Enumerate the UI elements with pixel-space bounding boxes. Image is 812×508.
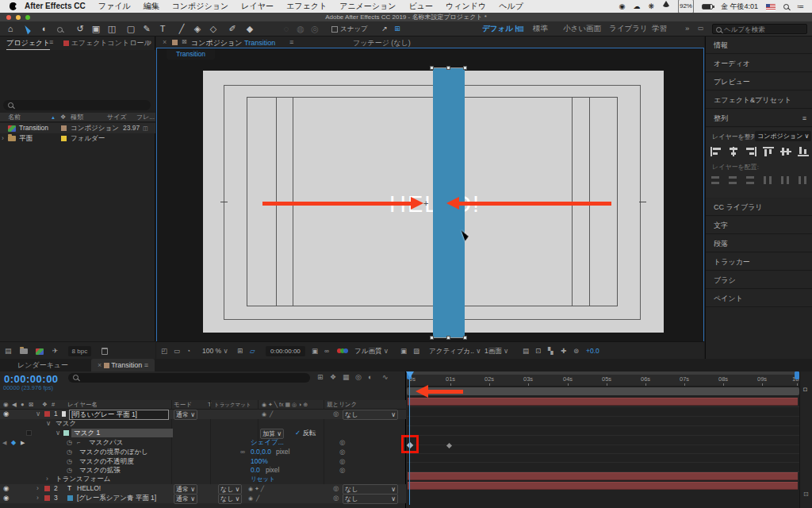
pen-tool-icon[interactable]: ✎ xyxy=(140,21,154,36)
type-tool-icon[interactable]: T xyxy=(155,21,170,36)
mask-handle[interactable] xyxy=(430,336,434,340)
sync-settings-icon[interactable]: ▭ xyxy=(698,21,704,36)
roto-brush-tool-icon[interactable]: ✐ xyxy=(225,21,239,36)
menu-animation[interactable]: アニメーション xyxy=(339,0,396,13)
zoom-select[interactable]: 100 % ∨ xyxy=(202,342,228,360)
screen-icon[interactable]: ▭ xyxy=(174,342,180,360)
twirl-open-icon[interactable]: ∨ xyxy=(46,419,51,428)
av-switches[interactable]: ◉ ╱ xyxy=(262,410,273,418)
stopwatch-icon[interactable]: ◷ xyxy=(67,448,72,456)
menu-composition[interactable]: コンポジション xyxy=(172,0,229,13)
workspace-library[interactable]: ライブラリ xyxy=(609,21,648,36)
mask-handle[interactable] xyxy=(430,66,434,70)
eye-icon[interactable]: ◉ xyxy=(3,410,9,418)
label-chip[interactable] xyxy=(61,133,67,144)
home-tool-icon[interactable]: ⌂ xyxy=(3,21,17,36)
snapshot-camera-icon[interactable]: ▣ xyxy=(312,342,318,360)
invert-checkbox[interactable]: ✓ 反転 xyxy=(295,429,316,437)
align-target-select[interactable]: コンポジション ∨ xyxy=(755,131,811,141)
project-row-transition[interactable]: Transition コンポジション 23.97 ◫ xyxy=(0,123,155,133)
panel-audio[interactable]: オーディオ xyxy=(706,55,812,72)
pickwhip-icon[interactable]: ◎ xyxy=(339,448,345,456)
composition-viewer[interactable]: Transition HELLO! + xyxy=(156,48,704,352)
menu-edit[interactable]: 編集 xyxy=(144,0,159,13)
property-value[interactable]: 100% xyxy=(251,457,268,466)
panel-cc-libraries[interactable]: CC ライブラリ xyxy=(706,198,812,216)
eye-icon[interactable]: ◉ xyxy=(3,494,9,502)
workspace-small-screen[interactable]: 小さい画面 xyxy=(563,21,601,36)
panel-preview[interactable]: プレビュー xyxy=(706,73,812,90)
label-chip[interactable] xyxy=(61,123,67,133)
timeline-tab-menu-icon[interactable]: ≡ xyxy=(144,361,148,369)
property-value[interactable]: 0.0,0.0 xyxy=(251,448,271,456)
tab-render-queue[interactable]: レンダーキュー xyxy=(17,360,68,371)
mask-handle[interactable] xyxy=(463,66,467,70)
col-name[interactable]: 名前 xyxy=(8,113,21,122)
layer-name[interactable]: HELLO! xyxy=(77,484,101,493)
input-source-flag-icon[interactable] xyxy=(766,0,776,13)
layer-row-3[interactable]: ◉ › 3 [グレー系シアン青 平面 1] 通常 ∨ なし ∨ ◉ ╱ ◎ なし… xyxy=(0,494,406,503)
minimize-window-button[interactable] xyxy=(16,15,21,20)
align-center-v-icon[interactable] xyxy=(780,147,791,156)
fan-icon[interactable]: ❋ xyxy=(648,0,654,13)
layer-label-chip[interactable] xyxy=(44,494,50,502)
panel-overflow-icon[interactable]: » xyxy=(147,38,151,46)
draft-3d-icon[interactable]: ❖ xyxy=(330,373,336,381)
tab-project[interactable]: プロジェクト xyxy=(6,38,50,51)
mask-expansion-row[interactable]: ◷ マスクの拡張 0.0 pixel ◎ xyxy=(0,466,406,475)
pixel-aspect-icon[interactable]: ▤ xyxy=(523,342,529,360)
delete-item-icon[interactable] xyxy=(102,347,108,355)
workspace-default[interactable]: デフォルト xyxy=(482,21,521,36)
app-menu[interactable]: After Effects CC xyxy=(25,0,86,13)
prev-keyframe-icon[interactable]: ◀ xyxy=(2,438,6,447)
panel-brushes[interactable]: ブラシ xyxy=(706,271,812,289)
clone-stamp-tool-icon[interactable]: ◈ xyxy=(190,21,205,36)
frame-blending-icon[interactable]: ◎ xyxy=(355,373,362,381)
pan-behind-tool-icon[interactable]: ◫ xyxy=(105,21,119,36)
panel-effects-presets[interactable]: エフェクト&プリセット xyxy=(706,91,812,109)
comp-viewer-subtab[interactable]: Transition xyxy=(167,49,215,60)
mask-color-chip[interactable] xyxy=(63,429,69,437)
close-window-button[interactable] xyxy=(6,15,11,20)
layer-name[interactable]: [グレー系シアン青 平面 1] xyxy=(77,494,156,502)
expand-folder-icon[interactable]: › xyxy=(2,133,4,144)
spotlight-icon[interactable] xyxy=(783,0,789,13)
layer-3-duration-bar[interactable] xyxy=(408,482,798,490)
label-column-icon[interactable]: ❖ xyxy=(60,113,66,122)
graph-editor-icon[interactable]: ∿ xyxy=(382,373,389,381)
stopwatch-icon[interactable]: ◷ xyxy=(67,438,72,447)
constrain-link-icon[interactable]: ∞ xyxy=(240,448,245,456)
playhead-line[interactable] xyxy=(409,375,410,505)
playhead-handle[interactable] xyxy=(406,371,414,378)
panel-character[interactable]: 文字 xyxy=(706,217,812,234)
resolution-select[interactable]: フル画質 ∨ xyxy=(354,342,389,360)
snap-toggle[interactable]: スナップ xyxy=(331,21,368,36)
bpc-button[interactable]: 8 bpc xyxy=(68,346,92,356)
mask-handle[interactable] xyxy=(446,336,450,340)
twirl-open-icon[interactable]: ∨ xyxy=(56,429,60,437)
pickwhip-icon[interactable]: ◎ xyxy=(339,438,345,447)
fast-previews-icon[interactable]: ⊡ xyxy=(535,342,541,360)
align-right-icon[interactable] xyxy=(745,147,756,156)
project-panel-menu-icon[interactable]: ≡ xyxy=(49,38,53,46)
align-left-icon[interactable] xyxy=(710,147,722,156)
rotation-tool-icon[interactable]: ↺ xyxy=(73,21,87,36)
col-parent-link[interactable]: 親とリンク xyxy=(327,400,357,410)
trkmat-select[interactable]: なし ∨ xyxy=(218,494,242,504)
magnification-menu-icon[interactable]: ◰ xyxy=(161,342,167,360)
panel-tracker[interactable]: トラッカー xyxy=(706,253,812,271)
workspace-menu-icon[interactable]: ▤ xyxy=(517,21,524,36)
menubar-clock[interactable]: 金 午後4:01 xyxy=(721,0,758,13)
eraser-tool-icon[interactable]: ◇ xyxy=(206,21,220,36)
parent-pickwhip-icon[interactable]: ◎ xyxy=(333,410,339,418)
menu-layer[interactable]: レイヤー xyxy=(241,0,274,13)
zoom-window-button[interactable] xyxy=(25,15,30,20)
mask-opacity-row[interactable]: ◷ マスクの不透明度 100% ◎ xyxy=(0,457,406,466)
expand-boundaries-icon[interactable]: ⊞ xyxy=(390,21,404,36)
mask-handle[interactable] xyxy=(446,66,450,70)
region-of-interest-icon[interactable]: ▣ xyxy=(400,342,407,360)
property-name[interactable]: マスクパス xyxy=(89,438,124,447)
work-area-bar[interactable] xyxy=(407,387,799,395)
menu-file[interactable]: ファイル xyxy=(98,0,131,13)
time-ruler[interactable]: 0s 01s 02s 03s 04s 05s 06s 07s 08s 09s 1… xyxy=(407,375,799,387)
